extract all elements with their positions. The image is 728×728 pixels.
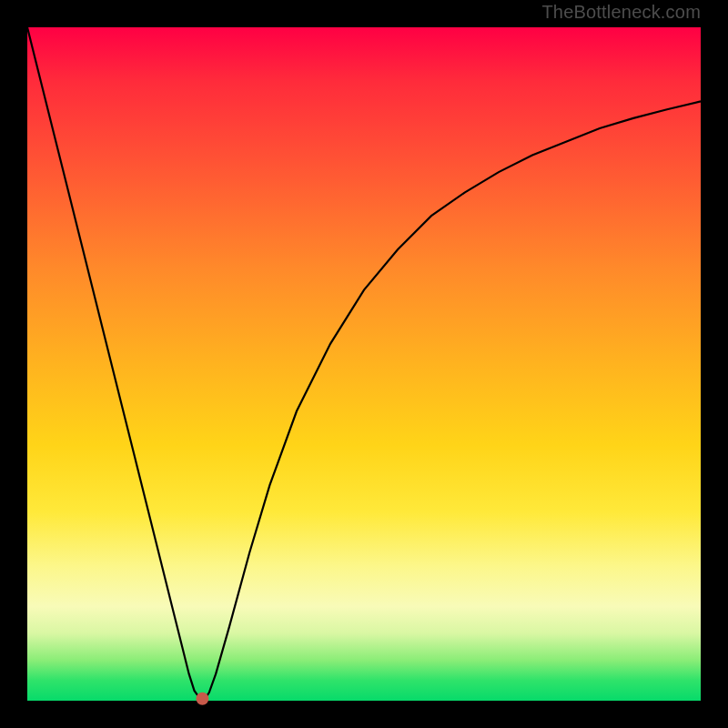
plot-area [27, 27, 701, 701]
watermark-text: TheBottleneck.com [541, 2, 701, 23]
curve-layer [27, 27, 701, 701]
chart-frame: TheBottleneck.com [0, 0, 728, 728]
minimum-marker [196, 693, 208, 705]
bottleneck-curve [27, 27, 701, 699]
